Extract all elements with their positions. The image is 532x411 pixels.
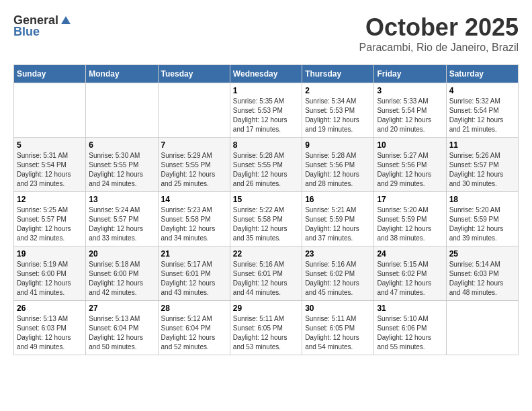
days-header-row: SundayMondayTuesdayWednesdayThursdayFrid… [14,65,519,83]
day-info: Sunrise: 5:11 AM Sunset: 6:05 PM Dayligh… [305,314,371,352]
calendar-cell: 11Sunrise: 5:26 AM Sunset: 5:57 PM Dayli… [446,138,518,192]
calendar-cell: 2Sunrise: 5:34 AM Sunset: 5:53 PM Daylig… [302,83,374,138]
calendar-cell: 12Sunrise: 5:25 AM Sunset: 5:57 PM Dayli… [14,192,86,246]
logo-icon [60,15,72,27]
day-info: Sunrise: 5:20 AM Sunset: 5:59 PM Dayligh… [377,205,443,243]
day-number: 8 [233,140,299,150]
calendar-cell: 20Sunrise: 5:18 AM Sunset: 6:00 PM Dayli… [86,246,158,301]
day-number: 24 [377,249,443,259]
header: General Blue October 2025 Paracambi, Rio… [13,13,519,54]
calendar-cell: 22Sunrise: 5:16 AM Sunset: 6:01 PM Dayli… [230,246,302,301]
day-number: 6 [89,140,154,150]
calendar-cell: 28Sunrise: 5:12 AM Sunset: 6:04 PM Dayli… [158,301,230,355]
day-info: Sunrise: 5:20 AM Sunset: 5:59 PM Dayligh… [449,205,515,243]
calendar-cell: 1Sunrise: 5:35 AM Sunset: 5:53 PM Daylig… [230,83,302,138]
day-number: 16 [305,195,371,204]
day-info: Sunrise: 5:23 AM Sunset: 5:58 PM Dayligh… [161,205,227,243]
day-number: 28 [161,304,227,313]
day-number: 19 [17,249,83,259]
day-header-tuesday: Tuesday [158,65,230,83]
month-title: October 2025 [359,13,519,42]
day-info: Sunrise: 5:18 AM Sunset: 6:00 PM Dayligh… [89,260,154,298]
location-title: Paracambi, Rio de Janeiro, Brazil [359,42,519,54]
day-info: Sunrise: 5:28 AM Sunset: 5:55 PM Dayligh… [233,151,299,189]
calendar-cell: 7Sunrise: 5:29 AM Sunset: 5:55 PM Daylig… [158,138,230,192]
calendar-cell: 24Sunrise: 5:15 AM Sunset: 6:02 PM Dayli… [374,246,446,301]
day-number: 25 [449,249,515,259]
day-header-thursday: Thursday [302,65,374,83]
calendar-cell: 27Sunrise: 5:13 AM Sunset: 6:04 PM Dayli… [86,301,158,355]
calendar-cell: 29Sunrise: 5:11 AM Sunset: 6:05 PM Dayli… [230,301,302,355]
day-header-saturday: Saturday [446,65,518,83]
calendar-week-2: 5Sunrise: 5:31 AM Sunset: 5:54 PM Daylig… [14,138,519,192]
day-number: 2 [305,86,371,95]
day-number: 11 [449,140,515,150]
day-number: 29 [233,304,299,313]
day-number: 12 [17,195,83,204]
day-number: 27 [89,304,154,313]
calendar-week-5: 26Sunrise: 5:13 AM Sunset: 6:03 PM Dayli… [14,301,519,355]
day-number: 21 [161,249,227,259]
day-number: 26 [17,304,83,313]
day-info: Sunrise: 5:32 AM Sunset: 5:54 PM Dayligh… [449,97,515,134]
day-number: 4 [449,86,515,95]
day-number: 18 [449,195,515,204]
day-info: Sunrise: 5:27 AM Sunset: 5:56 PM Dayligh… [377,151,443,189]
day-number: 1 [233,86,299,95]
day-number: 5 [17,140,83,150]
calendar-cell: 16Sunrise: 5:21 AM Sunset: 5:59 PM Dayli… [302,192,374,246]
title-area: October 2025 Paracambi, Rio de Janeiro, … [359,13,519,54]
day-info: Sunrise: 5:10 AM Sunset: 6:06 PM Dayligh… [377,314,443,352]
day-info: Sunrise: 5:16 AM Sunset: 6:02 PM Dayligh… [305,260,371,298]
day-header-friday: Friday [374,65,446,83]
day-info: Sunrise: 5:26 AM Sunset: 5:57 PM Dayligh… [449,151,515,189]
day-header-monday: Monday [86,65,158,83]
calendar-cell: 19Sunrise: 5:19 AM Sunset: 6:00 PM Dayli… [14,246,86,301]
day-number: 30 [305,304,371,313]
day-info: Sunrise: 5:19 AM Sunset: 6:00 PM Dayligh… [17,260,83,298]
day-info: Sunrise: 5:25 AM Sunset: 5:57 PM Dayligh… [17,205,83,243]
day-info: Sunrise: 5:13 AM Sunset: 6:04 PM Dayligh… [89,314,154,352]
calendar-cell: 9Sunrise: 5:28 AM Sunset: 5:56 PM Daylig… [302,138,374,192]
calendar-cell: 3Sunrise: 5:33 AM Sunset: 5:54 PM Daylig… [374,83,446,138]
calendar-cell: 30Sunrise: 5:11 AM Sunset: 6:05 PM Dayli… [302,301,374,355]
day-info: Sunrise: 5:28 AM Sunset: 5:56 PM Dayligh… [305,151,371,189]
day-info: Sunrise: 5:30 AM Sunset: 5:55 PM Dayligh… [89,151,154,189]
calendar-cell: 10Sunrise: 5:27 AM Sunset: 5:56 PM Dayli… [374,138,446,192]
day-number: 22 [233,249,299,259]
calendar-cell: 18Sunrise: 5:20 AM Sunset: 5:59 PM Dayli… [446,192,518,246]
day-info: Sunrise: 5:22 AM Sunset: 5:58 PM Dayligh… [233,205,299,243]
svg-marker-0 [61,16,71,24]
calendar-cell: 26Sunrise: 5:13 AM Sunset: 6:03 PM Dayli… [14,301,86,355]
day-info: Sunrise: 5:17 AM Sunset: 6:01 PM Dayligh… [161,260,227,298]
day-info: Sunrise: 5:29 AM Sunset: 5:55 PM Dayligh… [161,151,227,189]
calendar-cell: 23Sunrise: 5:16 AM Sunset: 6:02 PM Dayli… [302,246,374,301]
day-number: 31 [377,304,443,313]
day-header-wednesday: Wednesday [230,65,302,83]
day-number: 15 [233,195,299,204]
calendar-cell: 5Sunrise: 5:31 AM Sunset: 5:54 PM Daylig… [14,138,86,192]
day-number: 3 [377,86,443,95]
day-number: 13 [89,195,154,204]
calendar-cell: 14Sunrise: 5:23 AM Sunset: 5:58 PM Dayli… [158,192,230,246]
day-info: Sunrise: 5:12 AM Sunset: 6:04 PM Dayligh… [161,314,227,352]
calendar-cell: 31Sunrise: 5:10 AM Sunset: 6:06 PM Dayli… [374,301,446,355]
calendar-week-1: 1Sunrise: 5:35 AM Sunset: 5:53 PM Daylig… [14,83,519,138]
day-number: 20 [89,249,154,259]
day-number: 14 [161,195,227,204]
calendar-cell: 17Sunrise: 5:20 AM Sunset: 5:59 PM Dayli… [374,192,446,246]
calendar-week-3: 12Sunrise: 5:25 AM Sunset: 5:57 PM Dayli… [14,192,519,246]
day-info: Sunrise: 5:24 AM Sunset: 5:57 PM Dayligh… [89,205,154,243]
calendar-cell [86,83,158,138]
calendar-cell: 13Sunrise: 5:24 AM Sunset: 5:57 PM Dayli… [86,192,158,246]
day-number: 23 [305,249,371,259]
day-info: Sunrise: 5:33 AM Sunset: 5:54 PM Dayligh… [377,97,443,134]
day-number: 9 [305,140,371,150]
calendar-cell [14,83,86,138]
day-info: Sunrise: 5:34 AM Sunset: 5:53 PM Dayligh… [305,97,371,134]
calendar-table: SundayMondayTuesdayWednesdayThursdayFrid… [13,64,519,355]
day-info: Sunrise: 5:14 AM Sunset: 6:03 PM Dayligh… [449,260,515,298]
day-info: Sunrise: 5:21 AM Sunset: 5:59 PM Dayligh… [305,205,371,243]
calendar-cell: 4Sunrise: 5:32 AM Sunset: 5:54 PM Daylig… [446,83,518,138]
calendar-cell: 8Sunrise: 5:28 AM Sunset: 5:55 PM Daylig… [230,138,302,192]
